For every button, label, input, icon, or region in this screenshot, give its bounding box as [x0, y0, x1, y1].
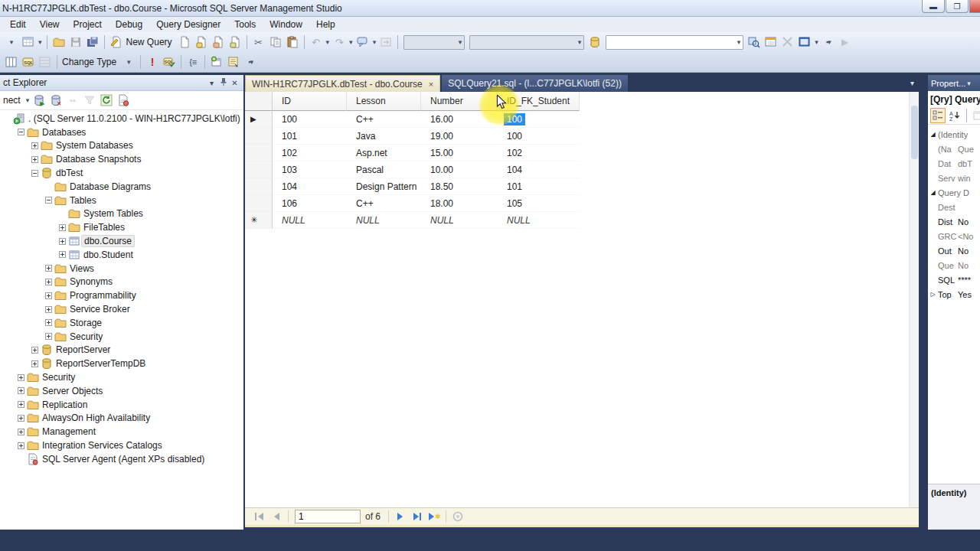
current-record-input[interactable] [295, 510, 361, 523]
refresh-icon[interactable] [99, 93, 114, 108]
tree-expander-icon[interactable] [15, 401, 26, 408]
menu-item-help[interactable]: Help [309, 18, 342, 31]
property-expander-icon[interactable]: ◢ [928, 189, 938, 196]
play-icon[interactable]: ▶ [838, 34, 853, 50]
navigate-icon[interactable] [378, 34, 394, 50]
stop-icon[interactable]: ▪▪ [65, 93, 80, 108]
property-row[interactable]: DistNo [928, 214, 980, 229]
new-mdx-icon[interactable] [194, 34, 209, 50]
tree-item-dbo-student[interactable]: dbo.Student [0, 248, 243, 262]
save-all-icon[interactable] [85, 34, 100, 50]
tree-expander-icon[interactable] [57, 224, 67, 231]
copy-icon[interactable] [268, 34, 283, 50]
vertical-scrollbar[interactable] [909, 92, 919, 507]
tree-item-databases[interactable]: Databases [0, 126, 243, 139]
debug-tools-icon[interactable] [780, 34, 795, 50]
property-row[interactable]: Dest [928, 200, 980, 214]
close-button[interactable] [969, 0, 980, 13]
property-row[interactable]: GRC<No [928, 229, 980, 243]
row-header-cell[interactable] [245, 145, 273, 161]
grid-cell[interactable]: 19.00 [421, 128, 498, 145]
property-row[interactable]: ▷TopYes [928, 287, 980, 302]
tree-item-database-snapshots[interactable]: Database Snapshots [0, 152, 243, 166]
caret-down-icon[interactable]: ▾ [121, 54, 136, 70]
tree-item-system-tables[interactable]: System Tables [0, 207, 243, 221]
grid-cell[interactable]: 104 [498, 161, 580, 178]
undo-icon[interactable]: ↶ [309, 34, 324, 50]
tree-expander-icon[interactable] [43, 333, 54, 340]
column-header-id[interactable]: ID [273, 92, 347, 111]
database-combo[interactable]: ▾ [606, 35, 743, 50]
menu-item-window[interactable]: Window [263, 18, 309, 31]
close-icon[interactable]: ✕ [229, 79, 240, 87]
pin-icon[interactable] [217, 77, 229, 88]
grid-cell[interactable]: 100 [273, 111, 347, 128]
minimize-button[interactable]: ▬ [922, 0, 945, 13]
tree-expander-icon[interactable] [15, 429, 26, 435]
row-header-cell[interactable] [245, 195, 273, 212]
tree-expander-icon[interactable] [15, 442, 26, 449]
tree-item-views[interactable]: Views [0, 262, 243, 276]
connect-icon[interactable]: ▶ [31, 93, 47, 108]
tab-dbo-course[interactable]: WIN-H1RC77JPGLK.dbTest - dbo.Course × [245, 75, 440, 92]
tree-item-security[interactable]: Security [0, 330, 243, 344]
toolbar-combo[interactable]: ▾ [403, 35, 465, 50]
grid-cell[interactable]: 103 [273, 161, 347, 178]
column-header-lesson[interactable]: Lesson [347, 92, 421, 111]
property-row[interactable]: SQL**** [928, 272, 980, 287]
filter-icon[interactable] [82, 93, 97, 108]
tree-item-dbtest[interactable]: dbTest [0, 166, 243, 180]
grid-cell[interactable]: 104 [273, 178, 347, 195]
grid-cell[interactable]: 100 [498, 128, 580, 145]
tab-close-icon[interactable]: × [429, 80, 433, 89]
overflow-icon[interactable]: ▪▾ [243, 54, 258, 70]
property-category[interactable]: ◢(Identity [928, 127, 980, 142]
property-pages-icon[interactable] [971, 108, 980, 123]
tree-item-synonyms[interactable]: Synonyms [0, 276, 243, 289]
tree-expander-icon[interactable] [29, 142, 40, 149]
row-marker-icon[interactable]: ▶ [245, 111, 273, 128]
tree-expander-icon[interactable] [29, 360, 40, 367]
tree-expander-icon[interactable] [29, 156, 40, 163]
execute-warn-icon[interactable]: ! [145, 54, 160, 70]
tree-expander-icon[interactable] [15, 387, 26, 394]
tree-item-service-broker[interactable]: Service Broker [0, 302, 243, 316]
tree-expander-icon[interactable] [29, 170, 40, 177]
activity-monitor-icon[interactable] [587, 34, 603, 50]
report-icon[interactable] [116, 93, 131, 108]
criteria-pane-icon[interactable]: {≡ [185, 54, 201, 70]
grid-cell[interactable]: 105 [498, 195, 580, 212]
tree-item-management[interactable]: Management [0, 425, 243, 439]
toolbar-combo[interactable]: ▾ [469, 35, 584, 50]
open-folder-icon[interactable] [51, 34, 67, 50]
show-criteria-icon[interactable] [38, 54, 53, 70]
window-position-icon[interactable]: ▾ [206, 79, 217, 87]
new-query-icon[interactable] [109, 34, 124, 50]
tree-expander-icon[interactable] [15, 415, 26, 422]
show-sql-icon[interactable]: SQL [21, 54, 36, 70]
new-query-button[interactable]: New Query [125, 37, 176, 47]
property-row[interactable]: QueNo [928, 258, 980, 272]
grid-cell[interactable]: Design Pattern [347, 178, 421, 195]
grid-cell[interactable]: Pascal [347, 161, 421, 178]
grid-cell[interactable]: NULL [421, 212, 498, 229]
grid-cell[interactable]: NULL [498, 212, 580, 229]
property-expander-icon[interactable]: ◢ [928, 131, 938, 138]
tree-item-server-objects[interactable]: Server Objects [0, 384, 243, 398]
db-search-icon[interactable] [746, 34, 762, 50]
tree-expander-icon[interactable] [43, 279, 54, 285]
tab-list-chevron-icon[interactable]: ▾ [910, 79, 914, 87]
tree-expander-icon[interactable] [43, 306, 54, 313]
tree-expander-icon[interactable] [43, 197, 54, 204]
nav-next-icon[interactable] [392, 510, 409, 523]
cut-icon[interactable]: ✂ [251, 34, 266, 50]
new-dmx-icon[interactable] [211, 34, 226, 50]
tree-item-alwayson-high-availability[interactable]: AlwaysOn High Availability [0, 412, 243, 425]
row-header-cell[interactable] [245, 161, 273, 178]
caret-down-icon[interactable]: ▾ [4, 34, 19, 50]
tree-expander-icon[interactable] [57, 251, 67, 258]
overflow-icon[interactable]: ▪▾ [821, 34, 836, 50]
properties-header[interactable]: Propert... ▾ [928, 75, 980, 91]
ide-window-icon[interactable] [797, 34, 812, 50]
nav-prev-icon[interactable] [268, 510, 285, 523]
